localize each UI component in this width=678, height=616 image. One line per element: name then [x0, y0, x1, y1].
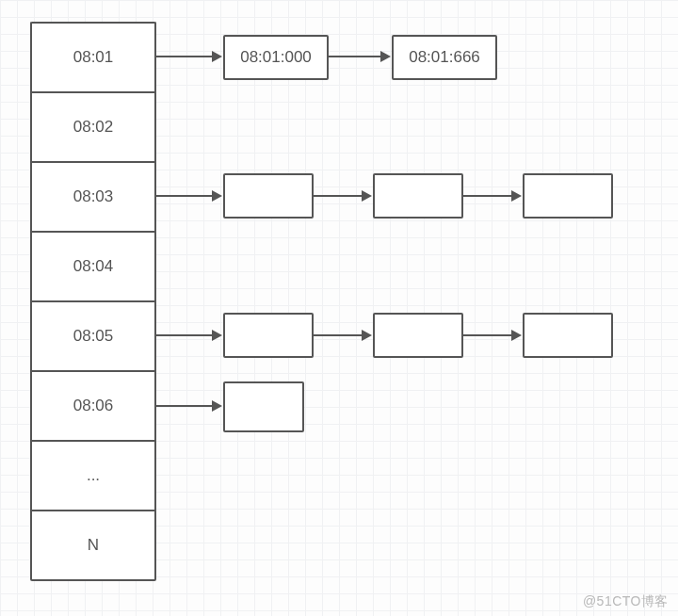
time-cell: 08:04: [32, 233, 154, 302]
arrow-icon: [154, 405, 220, 407]
list-node: [223, 313, 314, 358]
list-node: 08:01:000: [223, 35, 329, 80]
arrow-icon: [312, 195, 370, 197]
arrow-icon: [154, 195, 220, 197]
time-cell-label: 08:05: [73, 327, 114, 346]
watermark: @51CTO博客: [583, 593, 669, 610]
arrow-icon: [154, 334, 220, 336]
time-cell: N: [32, 511, 154, 581]
arrow-icon: [327, 56, 389, 57]
time-cell: 08:06: [32, 372, 154, 442]
time-cell-label: N: [88, 536, 99, 555]
node-label: 08:01:666: [409, 48, 480, 67]
time-cell-label: ...: [87, 466, 100, 485]
list-node: [373, 313, 463, 358]
list-node: [523, 173, 613, 219]
time-cell-label: 08:02: [73, 118, 114, 137]
list-node: [223, 173, 314, 219]
list-node: [523, 313, 613, 358]
time-cell: 08:02: [32, 93, 154, 163]
list-node: [223, 381, 304, 432]
watermark-text: @51CTO博客: [583, 593, 669, 608]
time-cell: 08:01: [32, 24, 154, 93]
list-node: [373, 173, 463, 219]
time-cell: 08:05: [32, 302, 154, 372]
time-column: 08:01 08:02 08:03 08:04 08:05 08:06 ... …: [30, 22, 156, 581]
time-cell-label: 08:01: [73, 48, 114, 67]
node-label: 08:01:000: [240, 48, 312, 67]
time-cell: 08:03: [32, 163, 154, 233]
time-cell: ...: [32, 442, 154, 511]
arrow-icon: [312, 334, 370, 336]
diagram-canvas: 08:01 08:02 08:03 08:04 08:05 08:06 ... …: [0, 0, 678, 616]
arrow-icon: [154, 56, 220, 57]
time-cell-label: 08:04: [73, 257, 114, 276]
time-cell-label: 08:03: [73, 187, 114, 206]
arrow-icon: [461, 334, 520, 336]
list-node: 08:01:666: [392, 35, 497, 80]
arrow-icon: [461, 195, 520, 197]
time-cell-label: 08:06: [73, 397, 114, 415]
